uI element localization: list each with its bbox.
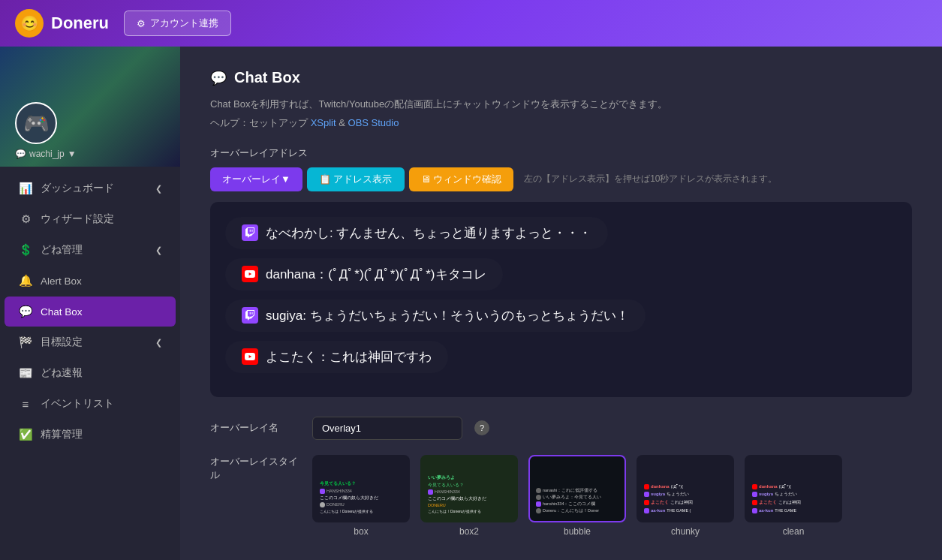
sidebar-item-wizard[interactable]: ⚙ ウィザード設定 bbox=[5, 204, 176, 234]
chevron-icon: ❮ bbox=[155, 338, 162, 348]
tab-hint: 左の【アドレス表示】を押せば10秒アドレスが表示されます。 bbox=[524, 173, 777, 185]
obs-link[interactable]: OBS Studio bbox=[348, 117, 399, 128]
overlay-style-label: オーバーレイスタイル bbox=[210, 455, 300, 482]
chat-icon: 💬 bbox=[18, 305, 33, 318]
sidebar-item-alert-box[interactable]: 🔔 Alert Box bbox=[5, 266, 176, 296]
page-help: ヘルプ：セットアップ XSplit & OBS Studio bbox=[210, 116, 912, 131]
avatar: 🎮 bbox=[15, 102, 57, 144]
overlay-name-label: オーバーレイ名 bbox=[210, 421, 300, 435]
goal-icon: 🏁 bbox=[18, 336, 33, 349]
style-card-box2-label: box2 bbox=[420, 526, 518, 537]
overlay-name-row: オーバーレイ名 ? bbox=[210, 417, 912, 440]
wizard-icon: ⚙ bbox=[18, 212, 33, 226]
twitch-icon-2 bbox=[242, 307, 258, 324]
overlay-name-input[interactable] bbox=[312, 417, 462, 440]
tab-address-button[interactable]: 📋 アドレス表示 bbox=[307, 167, 405, 191]
check-icon: ✅ bbox=[18, 428, 33, 441]
alert-icon: 🔔 bbox=[18, 274, 33, 288]
sidebar-user: 🎮 💬 wachi_jp ▼ bbox=[0, 47, 180, 167]
sidebar-item-accounting[interactable]: ✅ 精算管理 bbox=[5, 420, 176, 450]
page-desc: Chat Boxを利用すれば、Twitch/Youtubeの配信画面上にチャット… bbox=[210, 97, 912, 113]
style-card-chunky-label: chunky bbox=[637, 526, 734, 537]
sidebar-item-done-soku[interactable]: 📰 どね速報 bbox=[5, 358, 176, 388]
sidebar-nav: 📊 ダッシュボード ❮ ⚙ ウィザード設定 💲 どね管理 ❮ 🔔 Alert B… bbox=[0, 167, 180, 560]
sidebar-item-goal[interactable]: 🏁 目標設定 ❮ bbox=[5, 327, 176, 357]
youtube-icon bbox=[242, 266, 258, 282]
youtube-icon-2 bbox=[242, 348, 258, 365]
style-card-clean[interactable]: danhana (ﾟДﾟ*)( sugiya ちょうだい よこたく bbox=[745, 455, 842, 537]
page-title-icon: 💬 bbox=[210, 70, 227, 86]
chat-message-2: danhana：(ﾟДﾟ*)(ﾟДﾟ*)(ﾟДﾟ*)キタコレ bbox=[225, 258, 503, 291]
account-link-button[interactable]: ⚙ アカウント連携 bbox=[124, 11, 231, 36]
style-card-bubble-preview: nanashi：これに低評価する いい夢みろよ：今見てる人い hanshin33… bbox=[528, 455, 626, 522]
chat-message-3: sugiya: ちょうだいちょうだい！そういうのもっとちょうだい！ bbox=[225, 300, 646, 332]
chat-message-4: よこたく：これは神回ですわ bbox=[225, 341, 448, 373]
xsplit-link[interactable]: XSplit bbox=[311, 117, 336, 128]
page-header: 💬 Chat Box bbox=[210, 69, 912, 86]
twitch-icon bbox=[242, 224, 258, 241]
tab-overlay-button[interactable]: オーバーレイ▼ bbox=[210, 167, 302, 191]
sidebar-item-done-mgmt[interactable]: 💲 どね管理 ❮ bbox=[5, 235, 176, 265]
sidebar-item-dashboard[interactable]: 📊 ダッシュボード ❮ bbox=[5, 173, 176, 203]
sidebar-username: 💬 wachi_jp ▼ bbox=[15, 149, 77, 159]
done-mgmt-icon: 💲 bbox=[18, 243, 33, 257]
gear-icon: ⚙ bbox=[137, 18, 146, 29]
style-card-box[interactable]: 今見てる人いる？ HANSHIN334 ここのコメ欄の奴ら大好きだ DONERU… bbox=[312, 455, 410, 537]
chevron-icon: ❮ bbox=[155, 245, 162, 255]
help-icon[interactable]: ? bbox=[474, 420, 489, 435]
style-card-bubble[interactable]: nanashi：これに低評価する いい夢みろよ：今見てる人い hanshin33… bbox=[528, 455, 626, 537]
style-card-clean-preview: danhana (ﾟДﾟ*)( sugiya ちょうだい よこたく bbox=[745, 455, 842, 522]
header: 😊 Doneru ⚙ アカウント連携 bbox=[0, 0, 942, 47]
sidebar: 🎮 💬 wachi_jp ▼ 📊 ダッシュボード ❮ ⚙ ウィザード設定 💲 ど… bbox=[0, 47, 180, 560]
style-card-box2-preview: いい夢みろよ 今見てる人いる？ HANSHIN334 ここのコメ欄の奴ら大好きだ… bbox=[420, 455, 518, 522]
style-card-box2[interactable]: いい夢みろよ 今見てる人いる？ HANSHIN334 ここのコメ欄の奴ら大好きだ… bbox=[420, 455, 518, 537]
tab-window-button[interactable]: 🖥 ウィンドウ確認 bbox=[409, 167, 514, 191]
style-cards: 今見てる人いる？ HANSHIN334 ここのコメ欄の奴ら大好きだ DONERU… bbox=[312, 455, 842, 537]
logo-area: 😊 Doneru bbox=[15, 9, 109, 38]
style-card-chunky-preview: danhana (ﾟДﾟ*)( sugiya ちょうだい よこたく bbox=[637, 455, 734, 522]
overlay-style-row: オーバーレイスタイル 今見てる人いる？ HANSHIN334 ここのコメ欄の奴ら… bbox=[210, 455, 912, 537]
dashboard-icon: 📊 bbox=[18, 182, 33, 195]
tab-bar: オーバーレイ▼ 📋 アドレス表示 🖥 ウィンドウ確認 左の【アドレス表示】を押せ… bbox=[210, 167, 912, 191]
logo-icon: 😊 bbox=[15, 9, 44, 38]
page-title: Chat Box bbox=[234, 69, 300, 86]
main-layout: 🎮 💬 wachi_jp ▼ 📊 ダッシュボード ❮ ⚙ ウィザード設定 💲 ど… bbox=[0, 47, 942, 560]
chevron-icon: ❮ bbox=[155, 184, 162, 194]
logo-text: Doneru bbox=[51, 14, 109, 33]
style-card-chunky[interactable]: danhana (ﾟДﾟ*)( sugiya ちょうだい よこたく bbox=[637, 455, 734, 537]
chat-message-1: なべわかし: すんません、ちょっと通りますよっと・・・ bbox=[225, 217, 608, 249]
list-icon: ≡ bbox=[18, 398, 33, 411]
style-card-clean-label: clean bbox=[745, 526, 842, 537]
news-icon: 📰 bbox=[18, 366, 33, 380]
content-area: 💬 Chat Box Chat Boxを利用すれば、Twitch/Youtube… bbox=[180, 47, 942, 560]
chat-preview: なべわかし: すんません、ちょっと通りますよっと・・・ danhana：(ﾟДﾟ… bbox=[210, 202, 912, 397]
style-card-box-preview: 今見てる人いる？ HANSHIN334 ここのコメ欄の奴ら大好きだ DONERU… bbox=[312, 455, 410, 522]
sidebar-item-event-list[interactable]: ≡ イベントリスト bbox=[5, 389, 176, 419]
style-card-bubble-label: bubble bbox=[528, 526, 626, 537]
style-card-box-label: box bbox=[312, 526, 410, 537]
overlay-address-label: オーバーレイアドレス bbox=[210, 146, 912, 160]
sidebar-item-chat-box[interactable]: 💬 Chat Box bbox=[5, 297, 176, 327]
